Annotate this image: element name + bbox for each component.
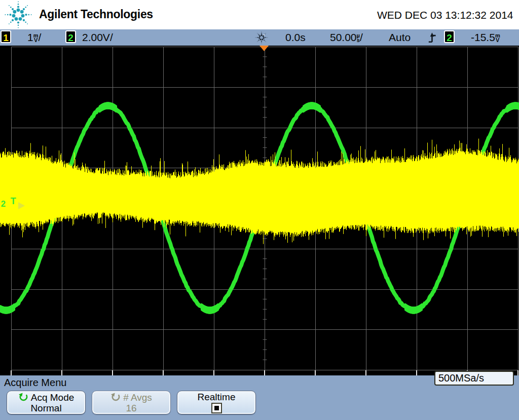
realtime-checkbox[interactable] xyxy=(211,403,222,413)
trigger-level-value: -15.5 xyxy=(471,31,495,43)
top-bar: Agilent Technologies WED DEC 03 13:12:32… xyxy=(0,0,519,29)
softkey-label: Realtime xyxy=(198,392,236,402)
menu-title: Acquire Menu xyxy=(4,377,66,389)
trigger-level-readout[interactable]: -15.5mV xyxy=(471,31,500,44)
softkey-value: 16 xyxy=(126,403,136,413)
datetime-label: WED DEC 03 13:12:32 2014 xyxy=(377,9,513,21)
trigger-source-badge[interactable]: 2 xyxy=(444,30,455,43)
ch1-badge[interactable]: 1 xyxy=(1,30,11,43)
timebase-readout[interactable]: 50.00µs/ xyxy=(330,31,363,44)
softkey-menu: Acquire Menu 500MSa/s Acq Mode Normal # … xyxy=(0,375,519,420)
ch1-scale-suffix: / xyxy=(38,31,41,43)
ch2-scale[interactable]: 2.00V/ xyxy=(82,31,113,44)
trigger-level-marker[interactable]: T xyxy=(11,196,16,207)
timebase-value: 50.00 xyxy=(330,31,357,43)
softkey-label: Acq Mode xyxy=(31,392,75,403)
ch1-ground-icon xyxy=(8,212,22,221)
ch2-badge[interactable]: 2 xyxy=(65,30,76,43)
agilent-logo-icon xyxy=(2,1,34,29)
trigger-level-unit-stack: mV xyxy=(495,33,500,43)
sample-rate-box: 500MSa/s xyxy=(434,371,514,386)
ch1-position-arrow-icon[interactable] xyxy=(18,202,25,209)
softkey-label: # Avgs xyxy=(123,392,152,403)
timebase-suffix: / xyxy=(360,31,363,43)
delay-readout[interactable]: 0.0s xyxy=(285,31,306,44)
waveform-display xyxy=(0,46,519,375)
ch1-scale[interactable]: 1mV/ xyxy=(27,31,41,44)
softkey-acq-mode-button[interactable]: Acq Mode Normal xyxy=(7,391,86,414)
trigger-position-marker[interactable] xyxy=(260,46,269,51)
waveform-area: T 2 xyxy=(0,46,519,375)
rotate-knob-icon xyxy=(110,392,121,402)
oscilloscope-screen: Agilent Technologies WED DEC 03 13:12:32… xyxy=(0,0,519,420)
edge-trigger-icon xyxy=(427,32,437,43)
ch2-ground-marker[interactable]: 2 xyxy=(1,199,6,209)
trigger-mode-label[interactable]: Auto xyxy=(389,31,411,44)
ch1-scale-value: 1 xyxy=(27,31,33,43)
softkey-realtime-button[interactable]: Realtime xyxy=(177,391,256,414)
softkey-num-avgs-button[interactable]: # Avgs 16 xyxy=(92,391,171,414)
status-bar: 1 1mV/ 2 2.00V/ 0.0s 50.00µs/ Auto 2 -15… xyxy=(0,29,519,46)
rotate-knob-icon xyxy=(18,392,28,402)
brand-title: Agilent Technologies xyxy=(39,8,153,21)
softkey-value: Normal xyxy=(30,403,61,413)
checkbox-checked-mark xyxy=(214,406,219,410)
acquisition-starburst-icon xyxy=(254,30,269,45)
ch1-unit-stack: mV xyxy=(33,33,39,43)
